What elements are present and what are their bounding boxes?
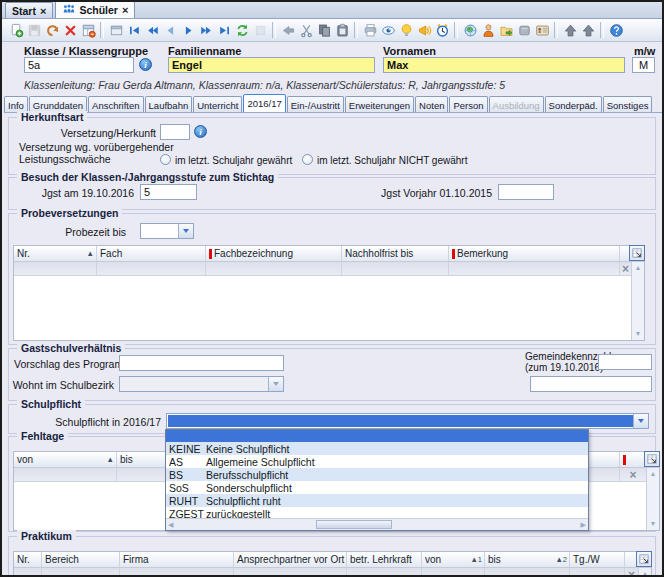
doc-tab-start[interactable]: Start × (5, 2, 53, 18)
tab-sonstiges[interactable]: Sonstiges (603, 96, 653, 113)
column-header[interactable]: von▲1 (422, 552, 485, 567)
gemeindekennzahl-input[interactable] (598, 354, 652, 370)
column-header[interactable]: Fachbezeichnung (206, 246, 342, 261)
scroll-up-icon[interactable]: ▲ (635, 264, 642, 272)
schulpflicht-combobox[interactable] (166, 413, 649, 429)
jgst-vorjahr-input[interactable] (498, 184, 554, 200)
shift-up-icon[interactable] (561, 21, 579, 39)
filter-cell[interactable] (347, 568, 422, 577)
column-header[interactable]: Fach (97, 246, 206, 261)
scroll-down-icon[interactable]: ▼ (650, 520, 657, 528)
filter-cell[interactable] (14, 468, 117, 481)
delete-icon[interactable] (61, 21, 79, 39)
vornamen-input[interactable] (383, 57, 625, 73)
schulbezirk-combobox[interactable] (119, 376, 284, 392)
dropdown-option-as[interactable]: ASAllgemeine Schulpflicht (166, 455, 588, 468)
versetzung-herkunft-input[interactable] (160, 124, 190, 140)
filter-cell[interactable] (206, 262, 342, 275)
copy-icon[interactable] (315, 21, 333, 39)
column-header[interactable]: Bemerkung (449, 246, 620, 261)
info-icon[interactable]: i (139, 58, 152, 71)
filter-cell[interactable] (342, 262, 449, 275)
dropdown-option-selected-empty[interactable] (166, 430, 588, 442)
filter-cell[interactable] (570, 568, 625, 577)
dropdown-button[interactable] (268, 377, 283, 391)
tab-person[interactable]: Person (449, 96, 487, 113)
jgst-input[interactable] (140, 184, 197, 200)
table-options-button[interactable] (636, 551, 652, 567)
dropdown-option-ruht[interactable]: RUHTSchulpflicht ruht (166, 494, 588, 507)
filter-cell[interactable] (234, 568, 347, 577)
archive-icon[interactable] (515, 21, 533, 39)
vorschlag-input[interactable] (119, 355, 284, 371)
save-icon[interactable] (25, 21, 43, 39)
tab-erweiterungen[interactable]: Erweiterungen (345, 96, 414, 113)
scroll-up-icon[interactable]: ▲ (642, 570, 649, 577)
close-tab-icon[interactable]: × (122, 5, 128, 15)
clear-filter-icon[interactable]: × (628, 570, 635, 577)
vertical-scrollbar[interactable]: ▲ ▼ (631, 262, 644, 340)
doc-tab-schueler[interactable]: Schüler × (55, 1, 135, 18)
scroll-up-icon[interactable]: ▲ (650, 470, 657, 478)
last-icon[interactable] (215, 21, 233, 39)
print-icon[interactable] (361, 21, 379, 39)
export-folder-icon[interactable] (497, 21, 515, 39)
filter-cell[interactable] (42, 568, 120, 577)
scrollbar-thumb[interactable] (316, 520, 392, 529)
scroll-right-icon[interactable]: ▶ (581, 521, 586, 529)
next-icon[interactable] (179, 21, 197, 39)
cut-icon[interactable] (297, 21, 315, 39)
tab-unterricht[interactable]: Unterricht (193, 96, 242, 113)
tab-2016-17[interactable]: 2016/17 (243, 94, 285, 113)
close-tab-icon[interactable]: × (40, 6, 46, 16)
tab-laufbahn[interactable]: Laufbahn (145, 96, 193, 113)
shift-up-icon[interactable] (579, 21, 597, 39)
tab-anschriften[interactable]: Anschriften (88, 96, 144, 113)
undo-icon[interactable] (43, 21, 61, 39)
filter-cell[interactable] (14, 568, 42, 577)
column-header[interactable]: Nr. (14, 552, 42, 567)
tab-sonderp-d-[interactable]: Sonderpäd. (545, 96, 602, 113)
column-header[interactable]: Nachholfrist bis (342, 246, 449, 261)
scroll-down-icon[interactable]: ▼ (635, 330, 642, 338)
horizontal-scrollbar[interactable]: ◀ ▶ (166, 518, 588, 530)
radio-gewaehrt[interactable] (160, 154, 171, 165)
fast-prev-icon[interactable] (143, 21, 161, 39)
hint-icon[interactable] (397, 21, 415, 39)
filter-cell[interactable] (449, 262, 620, 275)
filter-cell[interactable] (120, 568, 234, 577)
klasse-input[interactable] (24, 57, 134, 73)
prev-icon[interactable] (161, 21, 179, 39)
fast-next-icon[interactable] (197, 21, 215, 39)
tab-ausbildung[interactable]: Ausbildung (489, 96, 544, 113)
column-header[interactable]: betr. Lehrkraft (347, 552, 422, 567)
new-record-icon[interactable] (7, 21, 25, 39)
clear-filter-icon[interactable]: × (629, 470, 636, 480)
column-header[interactable]: Tg./W (570, 552, 625, 567)
column-header[interactable]: Nr.▲ (14, 246, 97, 261)
filter-cell[interactable] (485, 568, 570, 577)
vertical-scrollbar[interactable]: ▲ ▼ (646, 468, 659, 530)
stop-icon[interactable] (251, 21, 269, 39)
back-icon[interactable] (279, 21, 297, 39)
column-header[interactable]: von▲ (14, 452, 117, 467)
dropdown-option-bs[interactable]: BSBerufsschulpflicht (166, 468, 588, 481)
column-header[interactable]: Firma (120, 552, 234, 567)
filter-cell[interactable] (14, 262, 97, 275)
dropdown-option-sos[interactable]: SoSSonderschulpflicht (166, 481, 588, 494)
preview-icon[interactable] (379, 21, 397, 39)
help-icon[interactable] (607, 21, 625, 39)
familienname-input[interactable] (168, 57, 375, 73)
gemeinde-zusatz-input[interactable] (530, 376, 652, 392)
first-icon[interactable] (125, 21, 143, 39)
filter-cell[interactable] (422, 568, 485, 577)
column-header[interactable]: Ansprechpartner vor Ort (234, 552, 347, 567)
refresh-icon[interactable] (233, 21, 251, 39)
filter-cell[interactable] (97, 262, 206, 275)
clear-filter-icon[interactable]: × (622, 264, 629, 274)
radio-nicht-gewaehrt[interactable] (302, 154, 313, 165)
vertical-scrollbar[interactable]: ▲ (638, 568, 651, 577)
notify-icon[interactable] (415, 21, 433, 39)
tab-ein-austritt[interactable]: Ein-/Austritt (287, 96, 344, 113)
tab-noten[interactable]: Noten (415, 96, 448, 113)
